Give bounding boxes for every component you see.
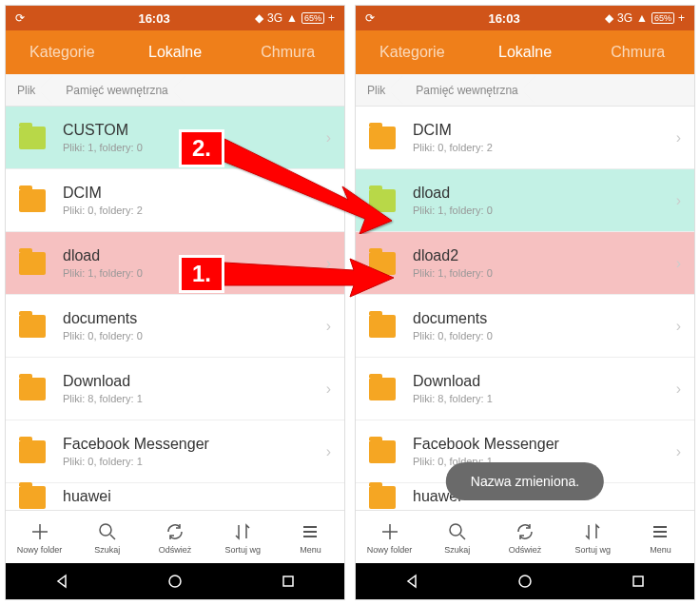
svg-point-3 — [450, 524, 461, 536]
network-label: 3G — [617, 11, 632, 25]
svg-point-1 — [169, 576, 181, 587]
plus-icon — [29, 520, 51, 543]
refresh-button[interactable]: Odśwież — [141, 511, 208, 563]
chevron-right-icon: › — [676, 192, 681, 209]
tab-local[interactable]: Lokalne — [119, 44, 232, 61]
tab-cloud[interactable]: Chmura — [231, 44, 344, 61]
folder-details: Pliki: 0, foldery: 0 — [63, 330, 326, 342]
folder-name: DCIM — [413, 122, 676, 139]
nav-back[interactable] — [52, 572, 71, 591]
breadcrumb-path[interactable]: Pamięć wewnętrzna — [54, 74, 179, 106]
nav-recent[interactable] — [279, 572, 298, 591]
tab-local[interactable]: Lokalne — [469, 44, 582, 61]
bottom-toolbar: Nowy folder Szukaj Odśwież Sortuj wg Men… — [6, 510, 344, 563]
plus-icon: + — [678, 11, 685, 25]
folder-details: Pliki: 0, foldery: 2 — [413, 142, 676, 153]
folder-row[interactable]: documentsPliki: 0, foldery: 0› — [6, 295, 344, 358]
folder-details: Pliki: 8, foldery: 1 — [413, 393, 676, 404]
folder-row[interactable]: huawei — [6, 483, 344, 510]
menu-button[interactable]: Menu — [277, 511, 344, 563]
folder-row[interactable]: dloadPliki: 1, foldery: 0› — [356, 169, 694, 232]
folder-row[interactable]: dload2Pliki: 1, foldery: 0› — [356, 232, 694, 295]
chevron-right-icon: › — [326, 443, 331, 460]
folder-icon — [19, 440, 46, 463]
sort-icon — [231, 520, 254, 543]
folder-name: Facebook Messenger — [413, 436, 676, 453]
breadcrumb-root[interactable]: Plik — [356, 74, 397, 106]
menu-icon — [649, 520, 671, 543]
folder-name: huawei — [63, 488, 331, 505]
folder-icon — [369, 440, 396, 463]
breadcrumb-root[interactable]: Plik — [6, 74, 47, 106]
chevron-right-icon: › — [676, 381, 681, 398]
svg-rect-2 — [283, 576, 293, 586]
network-label: 3G — [267, 11, 282, 25]
menu-icon — [299, 520, 321, 543]
breadcrumb-path[interactable]: Pamięć wewnętrzna — [404, 74, 529, 106]
svg-marker-7 — [224, 259, 394, 297]
folder-row[interactable]: Facebook MessengerPliki: 0, foldery: 1› — [6, 420, 344, 483]
folder-row[interactable]: DCIMPliki: 0, foldery: 2› — [356, 107, 694, 169]
sort-button[interactable]: Sortuj wg — [559, 511, 627, 563]
plus-icon: + — [328, 11, 335, 25]
svg-marker-6 — [224, 139, 392, 234]
folder-name: Download — [413, 373, 676, 390]
status-time: 16:03 — [53, 11, 255, 26]
folder-icon — [19, 486, 46, 509]
folder-icon — [19, 378, 46, 400]
folder-details: Pliki: 0, foldery: 1 — [63, 456, 326, 467]
battery-indicator: 65% — [301, 12, 324, 24]
plus-icon — [379, 520, 401, 543]
arrow-annotation — [224, 133, 396, 234]
folder-details: Pliki: 0, foldery: 0 — [413, 330, 676, 342]
phone-left: ⟳ 16:03 ◆ 3G ▲ 65% + Kategorie Lokalne C… — [5, 5, 345, 600]
sort-button[interactable]: Sortuj wg — [209, 511, 277, 563]
folder-icon — [19, 127, 46, 149]
tab-cloud[interactable]: Chmura — [581, 44, 694, 61]
refresh-icon — [164, 520, 186, 543]
folder-row[interactable]: DownloadPliki: 8, foldery: 1› — [356, 358, 694, 420]
tab-categories[interactable]: Kategorie — [356, 44, 469, 61]
svg-point-0 — [100, 524, 111, 536]
tab-categories[interactable]: Kategorie — [6, 44, 119, 61]
android-navbar — [356, 563, 694, 599]
nav-recent[interactable] — [629, 572, 648, 591]
folder-icon — [19, 252, 46, 275]
wifi-icon: ◆ — [605, 11, 613, 25]
android-navbar — [6, 563, 344, 599]
new-folder-button[interactable]: Nowy folder — [6, 511, 73, 563]
chevron-right-icon: › — [326, 318, 331, 335]
folder-list-right[interactable]: DCIMPliki: 0, foldery: 2›dloadPliki: 1, … — [356, 107, 694, 510]
folder-name: Download — [63, 373, 326, 390]
wifi-icon: ◆ — [255, 11, 263, 25]
marker-1: 1. — [179, 255, 224, 293]
folder-icon — [369, 486, 396, 509]
folder-name: documents — [413, 310, 676, 327]
nav-home[interactable] — [515, 572, 535, 591]
search-icon — [96, 520, 119, 543]
arrow-annotation — [224, 257, 396, 301]
chevron-right-icon: › — [676, 443, 681, 460]
nav-home[interactable] — [165, 572, 185, 591]
bottom-toolbar: Nowy folder Szukaj Odśwież Sortuj wg Men… — [356, 510, 694, 563]
breadcrumb: Plik Pamięć wewnętrzna — [356, 74, 694, 107]
refresh-icon — [514, 520, 536, 543]
status-bar: ⟳ 16:03 ◆ 3G ▲ 65% + — [6, 6, 344, 30]
svg-rect-5 — [633, 576, 643, 586]
folder-details: Pliki: 1, foldery: 0 — [413, 267, 676, 279]
nav-back[interactable] — [402, 572, 421, 591]
menu-button[interactable]: Menu — [627, 511, 694, 563]
folder-row[interactable]: DownloadPliki: 8, foldery: 1› — [6, 358, 344, 420]
refresh-button[interactable]: Odśwież — [491, 511, 558, 563]
folder-details: Pliki: 8, foldery: 1 — [63, 393, 326, 404]
tabs: Kategorie Lokalne Chmura — [6, 30, 344, 74]
search-icon — [446, 520, 469, 543]
folder-name: Facebook Messenger — [63, 436, 326, 453]
search-button[interactable]: Szukaj — [423, 511, 491, 563]
new-folder-button[interactable]: Nowy folder — [356, 511, 423, 563]
share-icon: ⟳ — [15, 11, 25, 25]
folder-row[interactable]: documentsPliki: 0, foldery: 0› — [356, 295, 694, 358]
search-button[interactable]: Szukaj — [73, 511, 141, 563]
tabs: Kategorie Lokalne Chmura — [356, 30, 694, 74]
battery-indicator: 65% — [651, 12, 674, 24]
